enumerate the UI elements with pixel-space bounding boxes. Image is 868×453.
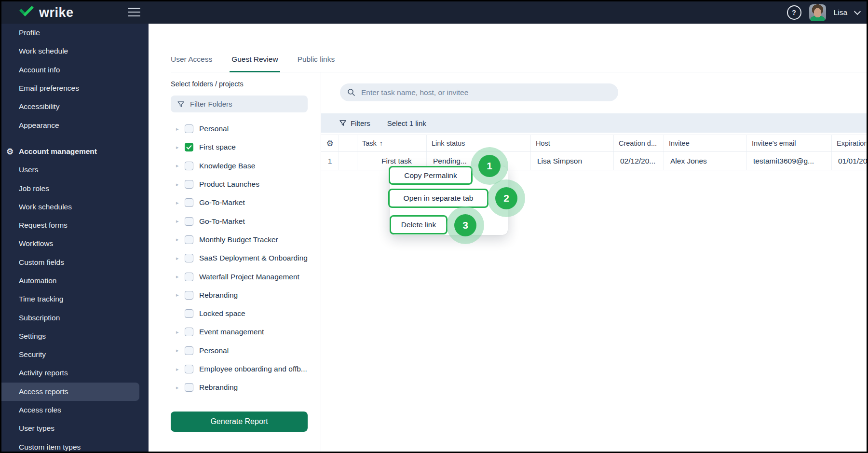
filter-folders-field[interactable]: [189, 99, 297, 109]
folder-checkbox[interactable]: [185, 346, 193, 355]
cell-expiration[interactable]: 01/01/20...: [832, 152, 867, 170]
folder-checkbox[interactable]: [185, 328, 193, 336]
sidebar-item-user-types[interactable]: User types: [1, 419, 149, 438]
cell-host[interactable]: Lisa Simpson: [531, 152, 614, 170]
sidebar-item-work-schedule[interactable]: Work schedule: [1, 42, 149, 60]
sidebar-item-access-reports[interactable]: Access reports: [1, 383, 139, 401]
folder-checkbox[interactable]: [185, 180, 193, 189]
sidebar-item-email-preferences[interactable]: Email preferences: [1, 79, 149, 97]
sidebar-item-security[interactable]: Security: [1, 345, 149, 364]
folder-checkbox[interactable]: [185, 383, 193, 392]
folder-checkbox[interactable]: [185, 291, 193, 300]
help-icon[interactable]: ?: [787, 5, 801, 20]
expand-arrow-icon[interactable]: ▸: [176, 218, 184, 224]
tab-guest-review[interactable]: Guest Review: [231, 54, 278, 65]
expand-arrow-icon[interactable]: ▸: [176, 255, 184, 261]
user-name[interactable]: Lisa: [834, 8, 847, 17]
folder-checkbox[interactable]: [185, 198, 193, 207]
column-header-invitee-s-email[interactable]: Invitee's email: [747, 135, 832, 151]
folder-checkbox[interactable]: [185, 217, 193, 226]
column-header-invitee[interactable]: Invitee: [664, 135, 747, 151]
sidebar-item-label: Settings: [19, 332, 46, 341]
expand-arrow-icon[interactable]: ▸: [176, 144, 184, 151]
search-input[interactable]: [360, 88, 603, 97]
expand-arrow-icon[interactable]: ▸: [176, 236, 184, 243]
sidebar-item-workflows[interactable]: Workflows: [1, 234, 149, 253]
context-menu-item-open-in-separate-tab[interactable]: Open in separate tab: [388, 189, 488, 208]
expand-arrow-icon[interactable]: ▸: [176, 347, 184, 354]
sidebar-item-custom-fields[interactable]: Custom fields: [1, 253, 149, 272]
sidebar-item-job-roles[interactable]: Job roles: [1, 179, 149, 197]
sidebar-item-activity-reports[interactable]: Activity reports: [1, 364, 149, 382]
expand-arrow-icon[interactable]: ▸: [176, 292, 184, 298]
cell-invitee_email[interactable]: testamit3609@g...: [747, 152, 832, 170]
column-header-gear[interactable]: ⚙: [321, 135, 339, 151]
folder-checkbox[interactable]: [185, 235, 193, 244]
folder-checkbox[interactable]: [185, 124, 193, 133]
tab-user-access[interactable]: User Access: [171, 54, 212, 65]
expand-arrow-icon[interactable]: ▸: [176, 163, 184, 169]
sidebar-item-time-tracking[interactable]: Time tracking: [1, 290, 149, 308]
column-header-link-status[interactable]: Link status: [427, 135, 531, 151]
sidebar-item-access-roles[interactable]: Access roles: [1, 401, 149, 419]
expand-arrow-icon[interactable]: ▸: [176, 329, 184, 335]
tab-public-links[interactable]: Public links: [298, 54, 335, 65]
sidebar-item-automation[interactable]: Automation: [1, 272, 149, 290]
filters-button[interactable]: Filters: [351, 119, 370, 127]
folder-checkbox[interactable]: [185, 254, 193, 262]
sidebar-item-work-schedules[interactable]: Work schedules: [1, 198, 149, 216]
chevron-down-icon[interactable]: [854, 8, 861, 15]
select-link-button[interactable]: Select 1 link: [387, 119, 426, 127]
sidebar-item-label: Work schedule: [19, 47, 68, 55]
expand-arrow-icon[interactable]: ▸: [176, 366, 184, 372]
folder-item-knowledge-base: ▸Knowledge Base: [171, 157, 315, 175]
expand-arrow-icon[interactable]: ▸: [176, 274, 184, 280]
table-settings-gear-icon[interactable]: ⚙: [326, 138, 333, 149]
folder-label: Personal: [199, 124, 229, 133]
folder-checkbox[interactable]: [185, 162, 193, 170]
menu-item-label: Copy Permalink: [404, 171, 457, 180]
annotation-badge-3: 3: [454, 214, 476, 236]
column-header-host[interactable]: Host: [531, 135, 614, 151]
search-box[interactable]: [340, 83, 618, 101]
sidebar-item-settings[interactable]: Settings: [1, 327, 149, 345]
folder-label: Product Launches: [199, 180, 259, 189]
sidebar-item-appearance[interactable]: Appearance: [1, 116, 149, 134]
folder-item-go-to-market: ▸Go-To-Market: [171, 193, 315, 212]
folder-checkbox[interactable]: [185, 273, 193, 281]
context-menu-item-copy-permalink[interactable]: Copy Permalink: [389, 166, 473, 185]
sidebar-item-users[interactable]: Users: [1, 161, 149, 179]
sidebar-item-subscription[interactable]: Subscription: [1, 308, 149, 327]
sidebar-item-accessibility[interactable]: Accessibility: [1, 97, 149, 116]
expand-arrow-icon[interactable]: ▸: [176, 384, 184, 391]
generate-report-button[interactable]: Generate Report: [171, 412, 308, 432]
cell-num[interactable]: 1: [321, 152, 339, 170]
expand-arrow-icon[interactable]: ▸: [176, 126, 184, 132]
sort-arrow-icon[interactable]: ↑: [380, 139, 383, 147]
sidebar-item-account-info[interactable]: Account info: [1, 61, 149, 79]
sidebar-item-label: Time tracking: [19, 295, 63, 303]
menu-icon[interactable]: [128, 8, 140, 17]
column-label: Host: [536, 139, 550, 147]
column-header-creation-d[interactable]: Creation d...: [614, 135, 664, 151]
filter-folders-input[interactable]: [171, 96, 308, 112]
folder-checkbox[interactable]: [185, 143, 193, 151]
folder-checkbox[interactable]: [185, 365, 193, 373]
wrike-logo[interactable]: wrike: [19, 6, 74, 19]
cell-creation[interactable]: 02/12/20...: [614, 152, 664, 170]
sidebar-item-profile[interactable]: Profile: [1, 24, 149, 42]
sidebar-section-account-management[interactable]: ⚙Account management: [1, 142, 149, 161]
funnel-icon: [177, 100, 185, 108]
expand-arrow-icon[interactable]: ▸: [176, 200, 184, 206]
context-menu-item-delete-link[interactable]: Delete link: [390, 215, 448, 234]
sidebar-item-request-forms[interactable]: Request forms: [1, 216, 149, 234]
avatar[interactable]: [809, 4, 826, 21]
expand-arrow-icon[interactable]: ▸: [176, 181, 184, 188]
folder-checkbox[interactable]: [185, 309, 193, 318]
column-header-blank[interactable]: [339, 135, 357, 151]
column-header-expiration[interactable]: Expiration: [832, 135, 867, 151]
cell-invitee[interactable]: Alex Jones: [664, 152, 747, 170]
cell-blank[interactable]: [339, 152, 357, 170]
column-header-task[interactable]: Task↑: [357, 135, 427, 151]
sidebar-item-custom-item-types[interactable]: Custom item types: [1, 438, 149, 452]
